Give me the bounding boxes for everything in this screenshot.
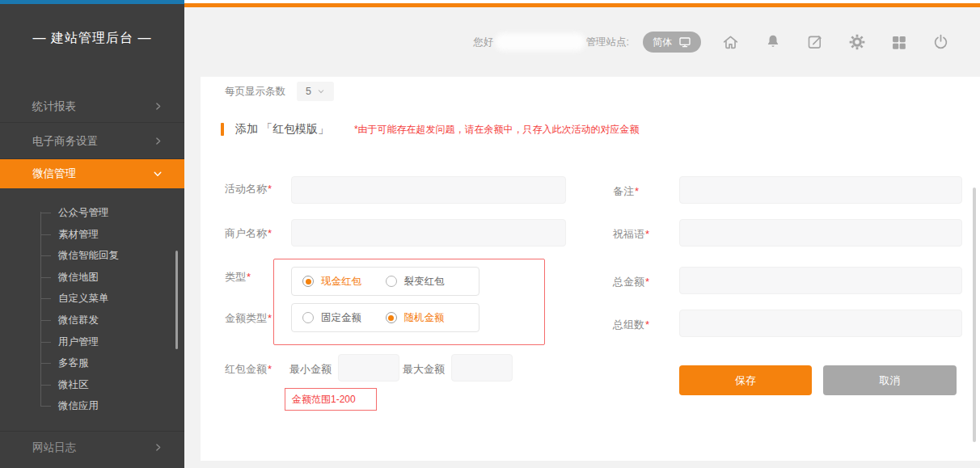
home-icon[interactable] <box>721 33 740 52</box>
radio-selected-icon <box>302 276 314 287</box>
sidebar-item-label: 微信管理 <box>32 167 76 181</box>
redpacket-amount-label: 红包金额* <box>225 362 272 377</box>
manage-site-label: 管理站点: <box>586 36 629 49</box>
radio-option-label: 现金红包 <box>321 275 361 289</box>
sidebar-item-label: 网站日志 <box>32 441 76 455</box>
submenu-item-wechat-app[interactable]: 微信应用 <box>0 395 184 417</box>
sidebar-item-stats[interactable]: 统计报表 <box>0 91 184 123</box>
sidebar-item-wechat[interactable]: 微信管理 <box>0 159 184 188</box>
section-title: 添加 「红包模版」 <box>235 122 329 137</box>
language-site-pill[interactable]: 简体 <box>643 32 701 53</box>
required-asterisk: * <box>268 363 272 375</box>
section-header: 添加 「红包模版」 *由于可能存在超发问题，请在余额中，只存入此次活动的对应金额 <box>221 122 640 137</box>
sidebar-scrollbar[interactable] <box>175 251 178 349</box>
required-asterisk: * <box>645 318 649 331</box>
redacted-username-blur <box>495 33 585 51</box>
sidebar-item-label: 统计报表 <box>32 99 76 114</box>
cancel-button[interactable]: 取消 <box>823 365 957 395</box>
radio-option-label: 随机金额 <box>404 311 445 325</box>
submenu-item-wechat-map[interactable]: 微信地图 <box>0 267 184 289</box>
language-label: 简体 <box>653 36 672 49</box>
amount-type-radio-group: 固定金额 随机金额 <box>291 303 479 332</box>
main-area: 您好 管理站点: 简体 每页显示条数 5 <box>184 0 980 468</box>
radio-unselected-icon <box>302 312 314 323</box>
total-amount-input[interactable] <box>679 267 962 294</box>
gear-icon[interactable] <box>848 33 866 51</box>
wechat-submenu: 公众号管理 素材管理 微信智能回复 微信地图 自定义菜单 微信群发 用户管理 多… <box>0 202 184 417</box>
radio-option-label: 固定金额 <box>321 311 361 325</box>
radio-selected-icon <box>386 312 397 323</box>
activity-name-input[interactable] <box>291 176 566 204</box>
min-amount-input[interactable] <box>338 354 399 382</box>
sidebar-item-site-logs[interactable]: 网站日志 <box>0 431 184 463</box>
submenu-item-custom-menu[interactable]: 自定义菜单 <box>0 288 184 310</box>
radio-option-cash-redpacket[interactable]: 现金红包 <box>302 275 386 289</box>
save-button[interactable]: 保存 <box>679 365 812 395</box>
monitor-icon <box>678 36 691 48</box>
type-radio-group: 现金红包 裂变红包 <box>291 267 479 296</box>
header-bar: 您好 管理站点: 简体 <box>184 7 980 77</box>
per-page-value: 5 <box>306 86 311 97</box>
greeting-text: 您好 <box>474 36 494 49</box>
chevron-right-icon <box>153 442 163 453</box>
radio-unselected-icon <box>386 276 397 287</box>
merchant-name-label: 商户名称* <box>225 226 272 241</box>
required-asterisk: * <box>268 227 272 239</box>
total-groups-input[interactable] <box>679 310 962 337</box>
sidebar-item-label: 电子商务设置 <box>32 134 98 149</box>
content-scrollbar[interactable] <box>973 188 976 442</box>
submenu-item-official-account[interactable]: 公众号管理 <box>0 202 184 224</box>
submenu-item-multi-service[interactable]: 多客服 <box>0 352 184 374</box>
per-page-label: 每页显示条数 <box>225 85 285 99</box>
radio-option-label: 裂变红包 <box>404 275 445 289</box>
header-icons <box>721 33 950 52</box>
chevron-down-icon <box>317 87 325 95</box>
bell-icon[interactable] <box>764 33 782 51</box>
blessing-label: 祝福语* <box>613 227 649 242</box>
total-groups-label: 总组数* <box>613 318 649 332</box>
min-amount-label: 最小金额 <box>289 362 332 377</box>
per-page-select[interactable]: 5 <box>297 82 334 101</box>
submenu-item-mass-message[interactable]: 微信群发 <box>0 310 184 331</box>
grid-icon[interactable] <box>890 34 907 51</box>
sidebar: — 建站管理后台 — 统计报表 电子商务设置 微信管理 公众号管理 素材管理 微… <box>0 0 184 468</box>
edit-icon[interactable] <box>806 33 824 51</box>
required-asterisk: * <box>268 183 272 195</box>
required-asterisk: * <box>247 271 251 283</box>
radio-option-fixed-amount[interactable]: 固定金额 <box>302 311 386 325</box>
radio-option-random-amount[interactable]: 随机金额 <box>386 311 469 325</box>
type-label: 类型* <box>225 270 251 285</box>
remark-input[interactable] <box>679 176 962 204</box>
submenu-item-user-management[interactable]: 用户管理 <box>0 331 184 353</box>
submenu-item-smart-reply[interactable]: 微信智能回复 <box>0 245 184 267</box>
section-warning-text: *由于可能存在超发问题，请在余额中，只存入此次活动的对应金额 <box>354 123 640 137</box>
per-page-row: 每页显示条数 5 <box>225 82 334 101</box>
required-asterisk: * <box>635 185 639 197</box>
content-card: 每页显示条数 5 添加 「红包模版」 *由于可能存在超发问题，请在余额中，只存入… <box>201 77 980 461</box>
admin-page: — 建站管理后台 — 统计报表 电子商务设置 微信管理 公众号管理 素材管理 微… <box>0 0 980 468</box>
total-amount-label: 总金额* <box>613 275 649 289</box>
max-amount-label: 最大金额 <box>403 362 445 377</box>
required-asterisk: * <box>645 228 649 240</box>
sidebar-item-ecommerce[interactable]: 电子商务设置 <box>0 124 184 159</box>
amount-range-note: 金额范围1-200 <box>285 388 377 411</box>
submenu-item-material[interactable]: 素材管理 <box>0 224 184 246</box>
power-icon[interactable] <box>931 33 950 52</box>
submenu-item-micro-community[interactable]: 微社区 <box>0 374 184 396</box>
required-asterisk: * <box>645 276 649 288</box>
radio-option-split-redpacket[interactable]: 裂变红包 <box>386 275 469 289</box>
sidebar-top-accent-strip <box>0 0 184 4</box>
blessing-input[interactable] <box>679 219 962 247</box>
amount-type-label: 金额类型* <box>225 311 272 326</box>
required-asterisk: * <box>268 312 272 324</box>
app-title: — 建站管理后台 — <box>0 30 184 47</box>
chevron-down-icon <box>152 168 163 179</box>
activity-name-label: 活动名称* <box>225 182 272 196</box>
max-amount-input[interactable] <box>451 354 513 382</box>
chevron-right-icon <box>153 101 163 112</box>
merchant-name-input[interactable] <box>291 219 566 247</box>
chevron-right-icon <box>153 136 163 146</box>
remark-label: 备注* <box>613 184 639 199</box>
section-accent-bar <box>221 123 224 136</box>
